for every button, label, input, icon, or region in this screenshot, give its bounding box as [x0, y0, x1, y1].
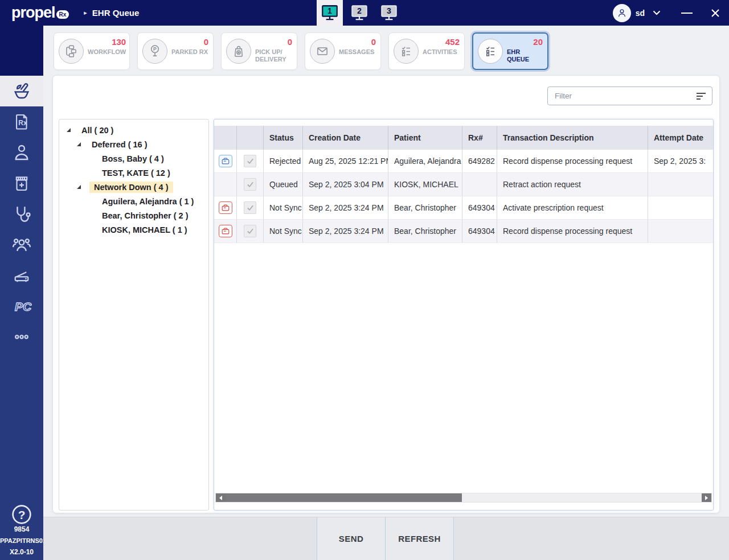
chevron-down-icon[interactable] [653, 10, 661, 15]
patient-cell: Bear, Christopher [388, 196, 462, 219]
tree-item-bear-christopher[interactable]: Bear, Christopher ( 2 ) [85, 208, 208, 223]
scrollbar-track[interactable] [462, 493, 702, 502]
checklist-icon [394, 39, 419, 64]
store-number: 9854 [0, 524, 43, 535]
rx-cell [462, 173, 497, 196]
ehr-queue-panel: All ( 20 ) Deferred ( 16 ) Boss, Baby ( … [52, 75, 720, 513]
sidebar-item-groups[interactable] [0, 229, 43, 260]
tree-expand-icon[interactable] [75, 142, 83, 147]
svg-text:PC: PC [15, 300, 32, 313]
col-rx[interactable]: Rx# [462, 126, 497, 150]
col-patient[interactable]: Patient [388, 126, 462, 150]
tree-item-network-down[interactable]: Network Down ( 4 ) [75, 180, 208, 194]
monitor-tab-1[interactable]: 1 [317, 0, 343, 26]
sidebar-item-medication[interactable] [0, 168, 43, 199]
tree-item-deferred[interactable]: Deferred ( 16 ) [75, 137, 208, 151]
help-button[interactable]: ? [0, 503, 43, 526]
row-checkbox[interactable] [244, 178, 256, 191]
table-row[interactable]: Queued Sep 2, 2025 3:04 PM KIOSK, MICHAE… [214, 173, 713, 196]
table-header-row: Status Creation Date Patient Rx# Transac… [214, 126, 713, 150]
col-description[interactable]: Transaction Description [497, 126, 648, 150]
send-button[interactable]: SEND [317, 517, 386, 560]
monitor-icon: 2 [350, 4, 369, 22]
filter-input[interactable] [548, 92, 696, 100]
sidebar-item-pc[interactable]: PC [0, 291, 43, 322]
pickup-delivery-card[interactable]: 0 PICK UP/ DELIVERY [221, 32, 297, 70]
sidebar-item-pharmacy[interactable] [0, 76, 43, 106]
transactions-table: Status Creation Date Patient Rx# Transac… [214, 119, 714, 510]
tree-item-boss-baby[interactable]: Boss, Baby ( 4 ) [85, 151, 208, 166]
app-logo: propel Rx [11, 4, 69, 22]
more-icon [11, 327, 32, 347]
help-icon: ? [10, 503, 33, 526]
col-creation-date[interactable]: Creation Date [303, 126, 388, 150]
workflow-card[interactable]: 130 WORKFLOW [54, 32, 130, 70]
minimize-icon[interactable] [681, 13, 693, 14]
breadcrumb: ▸ EHR Queue [84, 8, 139, 18]
parked-rx-label: PARKED RX [171, 48, 208, 56]
document-icon[interactable] [219, 225, 232, 237]
table-row[interactable]: Rejected Aug 25, 2025 12:21 PM Aguilera,… [214, 150, 713, 173]
close-icon[interactable] [711, 9, 720, 18]
activities-card[interactable]: 452 ACTIVITIES [388, 32, 465, 70]
monitor-tab-2[interactable]: 2 [346, 0, 372, 26]
sidebar-item-scanner[interactable] [0, 260, 43, 291]
description-cell: Retract action request [497, 173, 648, 196]
delivery-bag-icon [226, 39, 251, 64]
pickup-delivery-count: 0 [255, 37, 292, 47]
svg-text:?: ? [18, 508, 26, 521]
user-initials: sd [636, 9, 645, 18]
person-icon [616, 7, 628, 19]
filter-icon[interactable] [696, 92, 706, 100]
sidebar-top-spacer [0, 26, 43, 76]
rx-cell: 649304 [462, 220, 497, 242]
scroll-right-button[interactable] [702, 493, 711, 502]
row-checkbox[interactable] [244, 225, 256, 237]
row-checkbox[interactable] [244, 155, 256, 167]
user-menu[interactable]: sd [613, 0, 661, 26]
document-icon[interactable] [219, 155, 232, 167]
parked-rx-card[interactable]: P 0 PARKED RX [137, 32, 214, 70]
scroll-left-button[interactable] [216, 493, 226, 502]
logo-text: propel [11, 4, 55, 22]
sidebar-item-patient[interactable] [0, 137, 43, 168]
description-cell: Record dispense processing request [497, 150, 648, 172]
table-row[interactable]: Not Sync Sep 2, 2025 3:24 PM Bear, Chris… [214, 196, 713, 220]
scrollbar-thumb[interactable] [226, 493, 462, 502]
attempt-date-cell [648, 196, 713, 219]
col-status[interactable]: Status [264, 126, 303, 150]
tree-item-kiosk-michael[interactable]: KIOSK, MICHAEL ( 1 ) [85, 223, 208, 237]
tree-item-aguilera-alejandra[interactable]: Aguilera, Alejandra ( 1 ) [85, 194, 208, 208]
medication-icon [12, 174, 31, 193]
sidebar-item-prescription[interactable]: Rx [0, 106, 43, 137]
people-group-icon [11, 234, 32, 256]
table-row[interactable]: Not Sync Sep 2, 2025 3:24 PM Bear, Chris… [214, 220, 713, 243]
horizontal-scrollbar[interactable] [215, 493, 712, 503]
row-checkbox[interactable] [244, 201, 256, 214]
col-attempt-date[interactable]: Attempt Date [648, 126, 713, 150]
filter-box [547, 87, 712, 105]
svg-text:3: 3 [387, 6, 391, 15]
sidebar-item-more[interactable] [0, 322, 43, 352]
description-cell: Record dispense processing request [497, 220, 648, 242]
tree-expand-icon[interactable] [65, 127, 72, 133]
document-icon[interactable] [219, 201, 232, 214]
sidebar-item-doctor[interactable] [0, 199, 43, 229]
bottom-action-bar: SEND REFRESH [43, 517, 729, 560]
messages-label: MESSAGES [339, 48, 376, 56]
checklist-icon [478, 39, 503, 64]
ehr-queue-card[interactable]: 20 EHR QUEUE [472, 32, 548, 70]
messages-card[interactable]: 0 MESSAGES [305, 32, 381, 70]
tree-expand-icon[interactable] [75, 184, 83, 190]
monitor-tabs: 1 2 3 [317, 0, 406, 26]
svg-text:2: 2 [357, 6, 362, 15]
patient-cell: Aguilera, Alejandra [388, 150, 462, 172]
refresh-button[interactable]: REFRESH [386, 517, 454, 560]
tree-item-test-kate[interactable]: TEST, KATE ( 12 ) [85, 166, 208, 180]
host-name: PPAZPITRNS01 [0, 535, 43, 546]
tree-item-all[interactable]: All ( 20 ) [65, 123, 208, 137]
activities-count: 452 [423, 37, 460, 47]
monitor-tab-3[interactable]: 3 [376, 0, 402, 26]
rx-cell: 649304 [462, 196, 497, 219]
creation-date-cell: Sep 2, 2025 3:24 PM [303, 196, 388, 219]
